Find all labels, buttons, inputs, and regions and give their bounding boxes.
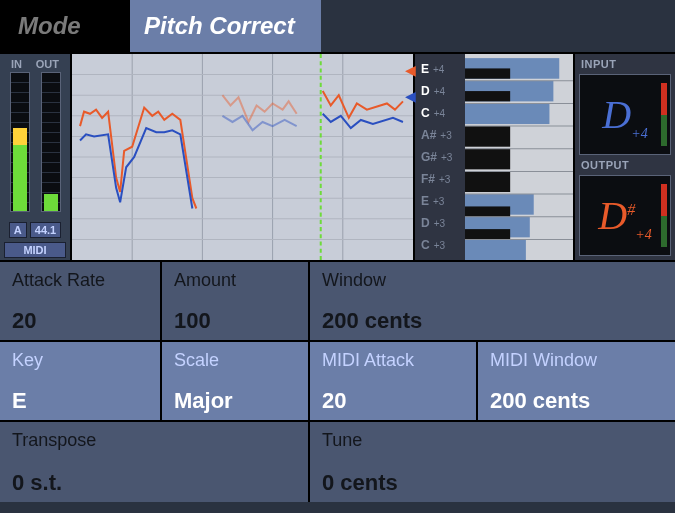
meter-out-label: OUT [36,58,59,70]
param-attack-rate[interactable]: Attack Rate 20 [0,262,162,340]
svg-rect-27 [465,229,510,239]
level-meters: IN OUT A 44.1 MIDI [0,54,70,260]
header-filler [321,0,675,52]
input-note-display: D+4 [579,74,671,155]
note-row: C+4 [415,102,465,124]
param-transpose[interactable]: Transpose 0 s.t. [0,422,310,502]
io-panel: INPUT D+4 OUTPUT D#+4 [575,54,675,260]
a-button[interactable]: A [9,222,27,238]
param-key[interactable]: Key E [0,342,162,420]
svg-rect-22 [465,91,510,101]
input-label: INPUT [579,58,671,70]
param-midi-attack[interactable]: MIDI Attack 20 [310,342,478,420]
param-scale[interactable]: Scale Major [162,342,310,420]
samplerate-button[interactable]: 44.1 [30,222,61,238]
mode-tab[interactable]: Mode [0,0,130,52]
meter-out [41,72,61,212]
svg-rect-23 [465,126,510,147]
output-label: OUTPUT [579,159,671,171]
param-amount[interactable]: Amount 100 [162,262,310,340]
meter-in [10,72,30,212]
param-midi-window[interactable]: MIDI Window 200 cents [478,342,675,420]
note-row: A#+3 [415,124,465,146]
note-row: D+4 [415,80,465,102]
svg-rect-25 [465,171,510,192]
output-led-icon [661,184,667,247]
page-title: Pitch Correct [130,0,321,52]
parameter-grid: Attack Rate 20 Amount 100 Window 200 cen… [0,260,675,502]
note-row: F#+3 [415,168,465,190]
header-bar: Mode Pitch Correct [0,0,675,52]
pitch-graph[interactable] [70,54,415,260]
note-row: D+3 [415,212,465,234]
note-row: E+3 [415,190,465,212]
input-led-icon [661,83,667,146]
param-window[interactable]: Window 200 cents [310,262,675,340]
meter-in-label: IN [11,58,22,70]
piano-keys[interactable] [465,54,573,260]
svg-rect-20 [465,239,526,260]
marker-detected-icon: ◀ [405,62,416,78]
svg-rect-17 [465,103,549,124]
param-tune[interactable]: Tune 0 cents [310,422,675,502]
marker-corrected-icon: ◀ [405,88,416,104]
note-row: C+3 [415,234,465,256]
note-column: E+4 D+4 C+4 A#+3 G#+3 F#+3 E+3 D+3 C+3 [415,54,465,260]
visual-strip: IN OUT A 44.1 MIDI [0,52,675,260]
piano-panel: ◀ ◀ E+4 D+4 C+4 A#+3 G#+3 F#+3 E+3 D+3 C… [415,54,575,260]
svg-rect-24 [465,149,510,170]
output-note-display: D#+4 [579,175,671,256]
note-row: E+4 [415,58,465,80]
note-row: G#+3 [415,146,465,168]
svg-rect-26 [465,206,510,216]
svg-rect-21 [465,68,510,78]
midi-button[interactable]: MIDI [4,242,66,258]
